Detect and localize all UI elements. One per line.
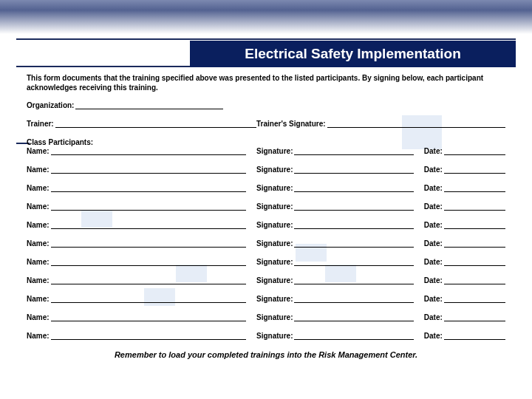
name-label: Name:	[27, 239, 50, 248]
name-field[interactable]	[51, 313, 246, 321]
signature-label: Signature:	[256, 295, 293, 303]
name-label: Name:	[27, 276, 50, 284]
name-field[interactable]	[51, 166, 246, 174]
date-field[interactable]	[444, 221, 505, 229]
signature-field[interactable]	[294, 258, 413, 266]
date-field[interactable]	[444, 276, 505, 284]
date-field[interactable]	[444, 258, 505, 266]
name-field[interactable]	[51, 276, 246, 284]
date-label: Date:	[424, 332, 443, 340]
participant-row: Name:Signature:Date:	[27, 147, 505, 155]
date-field[interactable]	[444, 166, 505, 174]
date-field[interactable]	[444, 295, 505, 303]
participant-row: Name:Signature:Date:	[27, 258, 505, 266]
signature-field[interactable]	[294, 313, 413, 321]
class-participants-heading: Class Participants:	[27, 138, 505, 146]
footer-note: Remember to load your completed training…	[27, 350, 505, 359]
name-field[interactable]	[51, 202, 246, 211]
signature-field[interactable]	[294, 295, 413, 303]
page-title: Electrical Safety Implementation	[190, 41, 516, 67]
name-label: Name:	[27, 258, 50, 266]
date-label: Date:	[424, 221, 443, 229]
date-label: Date:	[424, 258, 443, 266]
date-label: Date:	[424, 239, 443, 248]
signature-field[interactable]	[294, 166, 413, 174]
signature-field[interactable]	[294, 332, 413, 340]
name-label: Name:	[27, 147, 50, 155]
date-label: Date:	[424, 184, 443, 192]
date-field[interactable]	[444, 147, 505, 155]
trainer-field[interactable]	[55, 120, 256, 128]
name-label: Name:	[27, 313, 50, 321]
signature-label: Signature:	[256, 221, 293, 229]
participant-row: Name:Signature:Date:	[27, 221, 505, 229]
date-field[interactable]	[444, 313, 505, 321]
trainer-signature-label: Trainer's Signature:	[256, 120, 326, 128]
name-label: Name:	[27, 184, 50, 192]
name-field[interactable]	[51, 295, 246, 303]
trainer-signature-field[interactable]	[327, 120, 505, 128]
signature-field[interactable]	[294, 202, 413, 211]
header-underline	[16, 41, 190, 67]
header-gradient	[0, 0, 532, 34]
organization-label: Organization:	[27, 101, 74, 109]
name-field[interactable]	[51, 147, 246, 155]
participant-row: Name:Signature:Date:	[27, 184, 505, 192]
name-label: Name:	[27, 202, 50, 211]
participant-row: Name:Signature:Date:	[27, 332, 505, 340]
signature-field[interactable]	[294, 147, 413, 155]
signature-label: Signature:	[256, 332, 293, 340]
date-field[interactable]	[444, 239, 505, 248]
date-label: Date:	[424, 147, 443, 155]
signature-label: Signature:	[256, 166, 293, 174]
date-label: Date:	[424, 166, 443, 174]
organization-row: Organization:	[27, 101, 505, 109]
name-field[interactable]	[51, 184, 246, 192]
signature-field[interactable]	[294, 184, 413, 192]
name-field[interactable]	[51, 332, 246, 340]
name-field[interactable]	[51, 221, 246, 229]
participant-row: Name:Signature:Date:	[27, 276, 505, 284]
signature-field[interactable]	[294, 276, 413, 284]
participant-row: Name:Signature:Date:	[27, 166, 505, 174]
trainer-label: Trainer:	[27, 120, 54, 128]
signature-label: Signature:	[256, 202, 293, 211]
participant-row: Name:Signature:Date:	[27, 313, 505, 321]
organization-field[interactable]	[75, 101, 223, 109]
date-label: Date:	[424, 295, 443, 303]
signature-label: Signature:	[256, 276, 293, 284]
signature-label: Signature:	[256, 239, 293, 248]
date-label: Date:	[424, 313, 443, 321]
name-field[interactable]	[51, 258, 246, 266]
intro-text: This form documents that the training sp…	[27, 73, 505, 92]
signature-field[interactable]	[294, 221, 413, 229]
name-label: Name:	[27, 295, 50, 303]
signature-label: Signature:	[256, 313, 293, 321]
date-field[interactable]	[444, 202, 505, 211]
signature-field[interactable]	[294, 239, 413, 248]
date-field[interactable]	[444, 184, 505, 192]
name-field[interactable]	[51, 239, 246, 248]
trainer-row: Trainer: Trainer's Signature:	[27, 120, 505, 128]
name-label: Name:	[27, 332, 50, 340]
date-label: Date:	[424, 276, 443, 284]
date-label: Date:	[424, 202, 443, 211]
signature-label: Signature:	[256, 258, 293, 266]
name-label: Name:	[27, 221, 50, 229]
participant-row: Name:Signature:Date:	[27, 295, 505, 303]
name-label: Name:	[27, 166, 50, 174]
signature-label: Signature:	[256, 147, 293, 155]
date-field[interactable]	[444, 332, 505, 340]
participant-row: Name:Signature:Date:	[27, 202, 505, 211]
signature-label: Signature:	[256, 184, 293, 192]
participant-row: Name:Signature:Date:	[27, 239, 505, 248]
